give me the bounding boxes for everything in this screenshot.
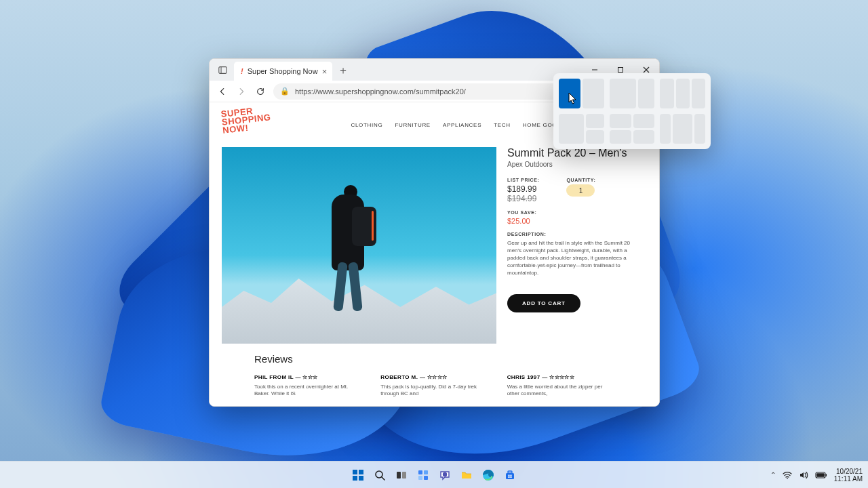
svg-rect-17 [424, 476, 428, 480]
svg-rect-25 [511, 476, 512, 478]
nav-clothing[interactable]: CLOTHING [351, 122, 382, 128]
add-to-cart-button[interactable]: ADD TO CART [507, 294, 580, 312]
task-view-button[interactable] [392, 466, 411, 485]
svg-rect-20 [506, 473, 514, 479]
product-image [222, 147, 496, 344]
forward-button[interactable] [235, 85, 248, 98]
svg-line-11 [382, 477, 384, 480]
nav-tech[interactable]: TECH [494, 122, 511, 128]
snap-layout-2col-wide[interactable] [610, 79, 655, 108]
svg-rect-12 [397, 472, 401, 479]
tab-close-button[interactable]: × [322, 66, 328, 77]
review-item: CHRIS 1997 — ☆☆☆☆☆ Was a little worried … [507, 374, 614, 397]
review-item: ROBERTO M. — ☆☆☆☆ This pack is top-quali… [380, 374, 488, 397]
tab-actions-button[interactable] [214, 61, 231, 79]
svg-rect-9 [359, 476, 363, 481]
snap-layout-2col[interactable] [559, 79, 604, 108]
list-price-label: LIST PRICE: [507, 178, 539, 182]
url-text: https://www.supershoppingnow.com/summitp… [295, 87, 466, 96]
quantity-label: QUANTITY: [566, 178, 595, 182]
svg-point-26 [787, 477, 788, 479]
svg-rect-7 [359, 470, 363, 474]
review-item: PHIL FROM IL — ☆☆☆ Took this on a recent… [254, 374, 361, 397]
svg-point-18 [443, 472, 447, 476]
svg-rect-3 [618, 68, 623, 73]
battery-icon[interactable] [815, 472, 827, 479]
svg-rect-29 [825, 474, 827, 476]
snap-layout-3col[interactable] [660, 79, 705, 108]
svg-rect-21 [508, 471, 512, 473]
svg-rect-16 [418, 476, 422, 480]
clock[interactable]: 10/20/21 11:11 AM [834, 468, 863, 483]
widgets-button[interactable] [414, 466, 433, 485]
svg-rect-14 [418, 470, 422, 474]
search-button[interactable] [370, 466, 389, 485]
snap-layout-quad[interactable] [610, 114, 655, 144]
start-button[interactable] [349, 466, 368, 485]
svg-rect-24 [509, 476, 510, 478]
svg-rect-0 [218, 66, 226, 73]
site-logo[interactable]: SUPER SHOPPING NOW! [220, 105, 272, 134]
description-label: DESCRIPTION: [507, 232, 647, 237]
price: $189.99 [507, 184, 539, 194]
nav-appliances[interactable]: APPLIANCES [443, 122, 481, 128]
product-description: Gear up and hit the trail in style with … [507, 239, 636, 277]
product-brand: Apex Outdoors [507, 161, 647, 168]
snap-layouts-flyout [553, 73, 711, 149]
nav-furniture[interactable]: FURNITURE [395, 122, 431, 128]
refresh-button[interactable] [254, 85, 267, 98]
svg-rect-13 [402, 472, 406, 479]
reviews-heading: Reviews [254, 353, 614, 365]
svg-rect-15 [424, 470, 428, 474]
wifi-icon[interactable] [783, 471, 792, 479]
taskbar: ⌃ 10/20/21 11:11 AM [0, 461, 868, 488]
you-save-label: YOU SAVE: [507, 210, 647, 215]
browser-tab[interactable]: ! Super Shopping Now × [234, 62, 332, 81]
store-button[interactable] [500, 466, 519, 485]
lock-icon: 🔒 [280, 87, 290, 96]
svg-rect-22 [509, 474, 510, 476]
tray-chevron-icon[interactable]: ⌃ [770, 471, 776, 479]
edge-button[interactable] [479, 466, 498, 485]
compare-price: $194.99 [507, 194, 539, 203]
snap-layout-3col-center[interactable] [660, 114, 705, 144]
file-explorer-button[interactable] [457, 466, 476, 485]
you-save-amount: $25.00 [507, 217, 647, 225]
snap-layout-left-stack[interactable] [559, 114, 604, 144]
svg-rect-8 [353, 476, 357, 481]
chat-button[interactable] [435, 466, 454, 485]
volume-icon[interactable] [799, 471, 808, 479]
svg-rect-6 [353, 470, 357, 474]
quantity-stepper[interactable]: 1 [566, 184, 595, 197]
favicon-exclaim-icon: ! [241, 67, 243, 75]
svg-rect-28 [816, 473, 824, 476]
new-tab-button[interactable]: ＋ [335, 62, 351, 79]
tab-title: Super Shopping Now [248, 67, 318, 75]
svg-rect-23 [511, 474, 512, 476]
back-button[interactable] [216, 85, 229, 98]
